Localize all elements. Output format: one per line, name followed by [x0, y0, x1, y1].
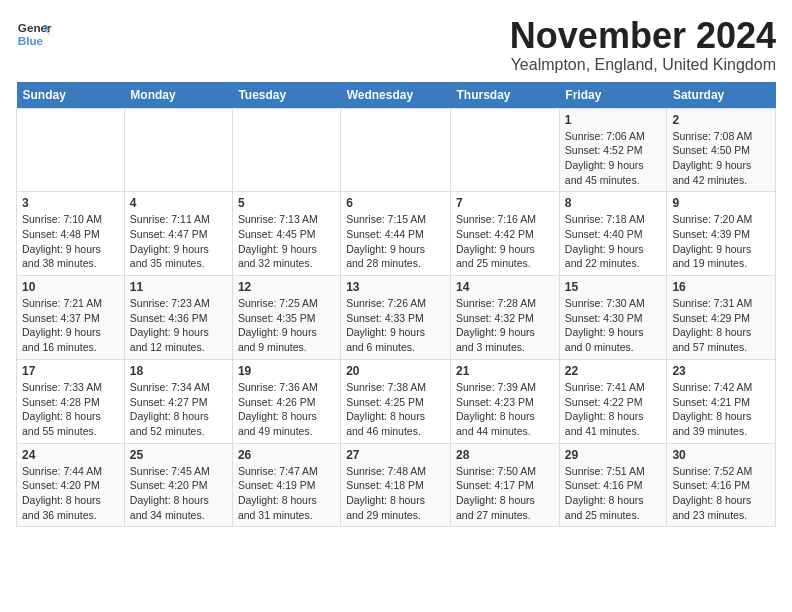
day-number: 1 — [565, 113, 662, 127]
day-info: Sunrise: 7:44 AM Sunset: 4:20 PM Dayligh… — [22, 464, 119, 523]
calendar-cell — [17, 108, 125, 192]
day-info: Sunrise: 7:41 AM Sunset: 4:22 PM Dayligh… — [565, 380, 662, 439]
logo: General Blue — [16, 16, 52, 52]
day-number: 4 — [130, 196, 227, 210]
calendar-week-row: 10Sunrise: 7:21 AM Sunset: 4:37 PM Dayli… — [17, 276, 776, 360]
calendar-cell: 13Sunrise: 7:26 AM Sunset: 4:33 PM Dayli… — [341, 276, 451, 360]
day-info: Sunrise: 7:23 AM Sunset: 4:36 PM Dayligh… — [130, 296, 227, 355]
day-info: Sunrise: 7:15 AM Sunset: 4:44 PM Dayligh… — [346, 212, 445, 271]
day-info: Sunrise: 7:39 AM Sunset: 4:23 PM Dayligh… — [456, 380, 554, 439]
day-number: 25 — [130, 448, 227, 462]
calendar-week-row: 1Sunrise: 7:06 AM Sunset: 4:52 PM Daylig… — [17, 108, 776, 192]
svg-text:Blue: Blue — [18, 34, 44, 47]
page-title: November 2024 — [510, 16, 776, 56]
calendar-cell — [451, 108, 560, 192]
day-info: Sunrise: 7:21 AM Sunset: 4:37 PM Dayligh… — [22, 296, 119, 355]
day-number: 9 — [672, 196, 770, 210]
calendar-cell: 21Sunrise: 7:39 AM Sunset: 4:23 PM Dayli… — [451, 359, 560, 443]
col-header-tuesday: Tuesday — [232, 82, 340, 109]
calendar-cell: 3Sunrise: 7:10 AM Sunset: 4:48 PM Daylig… — [17, 192, 125, 276]
day-number: 24 — [22, 448, 119, 462]
day-number: 26 — [238, 448, 335, 462]
day-info: Sunrise: 7:48 AM Sunset: 4:18 PM Dayligh… — [346, 464, 445, 523]
col-header-saturday: Saturday — [667, 82, 776, 109]
calendar-cell: 18Sunrise: 7:34 AM Sunset: 4:27 PM Dayli… — [124, 359, 232, 443]
day-number: 16 — [672, 280, 770, 294]
day-info: Sunrise: 7:06 AM Sunset: 4:52 PM Dayligh… — [565, 129, 662, 188]
day-number: 30 — [672, 448, 770, 462]
day-info: Sunrise: 7:10 AM Sunset: 4:48 PM Dayligh… — [22, 212, 119, 271]
calendar-cell: 26Sunrise: 7:47 AM Sunset: 4:19 PM Dayli… — [232, 443, 340, 527]
day-info: Sunrise: 7:36 AM Sunset: 4:26 PM Dayligh… — [238, 380, 335, 439]
calendar-cell: 19Sunrise: 7:36 AM Sunset: 4:26 PM Dayli… — [232, 359, 340, 443]
calendar-cell — [341, 108, 451, 192]
calendar-week-row: 17Sunrise: 7:33 AM Sunset: 4:28 PM Dayli… — [17, 359, 776, 443]
day-info: Sunrise: 7:42 AM Sunset: 4:21 PM Dayligh… — [672, 380, 770, 439]
calendar-cell: 20Sunrise: 7:38 AM Sunset: 4:25 PM Dayli… — [341, 359, 451, 443]
calendar-cell: 10Sunrise: 7:21 AM Sunset: 4:37 PM Dayli… — [17, 276, 125, 360]
title-block: November 2024 Yealmpton, England, United… — [510, 16, 776, 74]
day-number: 10 — [22, 280, 119, 294]
calendar-cell — [124, 108, 232, 192]
day-number: 7 — [456, 196, 554, 210]
col-header-sunday: Sunday — [17, 82, 125, 109]
day-info: Sunrise: 7:31 AM Sunset: 4:29 PM Dayligh… — [672, 296, 770, 355]
day-number: 23 — [672, 364, 770, 378]
calendar-cell: 30Sunrise: 7:52 AM Sunset: 4:16 PM Dayli… — [667, 443, 776, 527]
day-info: Sunrise: 7:08 AM Sunset: 4:50 PM Dayligh… — [672, 129, 770, 188]
day-info: Sunrise: 7:18 AM Sunset: 4:40 PM Dayligh… — [565, 212, 662, 271]
day-info: Sunrise: 7:30 AM Sunset: 4:30 PM Dayligh… — [565, 296, 662, 355]
day-number: 12 — [238, 280, 335, 294]
day-info: Sunrise: 7:20 AM Sunset: 4:39 PM Dayligh… — [672, 212, 770, 271]
day-number: 13 — [346, 280, 445, 294]
col-header-friday: Friday — [559, 82, 667, 109]
day-number: 3 — [22, 196, 119, 210]
calendar-cell: 29Sunrise: 7:51 AM Sunset: 4:16 PM Dayli… — [559, 443, 667, 527]
calendar-cell: 12Sunrise: 7:25 AM Sunset: 4:35 PM Dayli… — [232, 276, 340, 360]
calendar-cell: 14Sunrise: 7:28 AM Sunset: 4:32 PM Dayli… — [451, 276, 560, 360]
day-number: 22 — [565, 364, 662, 378]
calendar-cell: 22Sunrise: 7:41 AM Sunset: 4:22 PM Dayli… — [559, 359, 667, 443]
day-info: Sunrise: 7:26 AM Sunset: 4:33 PM Dayligh… — [346, 296, 445, 355]
col-header-thursday: Thursday — [451, 82, 560, 109]
calendar-table: SundayMondayTuesdayWednesdayThursdayFrid… — [16, 82, 776, 528]
day-info: Sunrise: 7:45 AM Sunset: 4:20 PM Dayligh… — [130, 464, 227, 523]
day-info: Sunrise: 7:28 AM Sunset: 4:32 PM Dayligh… — [456, 296, 554, 355]
calendar-cell: 2Sunrise: 7:08 AM Sunset: 4:50 PM Daylig… — [667, 108, 776, 192]
calendar-header-row: SundayMondayTuesdayWednesdayThursdayFrid… — [17, 82, 776, 109]
day-number: 18 — [130, 364, 227, 378]
calendar-cell: 4Sunrise: 7:11 AM Sunset: 4:47 PM Daylig… — [124, 192, 232, 276]
day-number: 21 — [456, 364, 554, 378]
day-number: 17 — [22, 364, 119, 378]
calendar-cell: 7Sunrise: 7:16 AM Sunset: 4:42 PM Daylig… — [451, 192, 560, 276]
day-number: 27 — [346, 448, 445, 462]
calendar-cell: 28Sunrise: 7:50 AM Sunset: 4:17 PM Dayli… — [451, 443, 560, 527]
day-info: Sunrise: 7:33 AM Sunset: 4:28 PM Dayligh… — [22, 380, 119, 439]
day-info: Sunrise: 7:38 AM Sunset: 4:25 PM Dayligh… — [346, 380, 445, 439]
calendar-cell: 27Sunrise: 7:48 AM Sunset: 4:18 PM Dayli… — [341, 443, 451, 527]
calendar-cell: 16Sunrise: 7:31 AM Sunset: 4:29 PM Dayli… — [667, 276, 776, 360]
calendar-cell: 1Sunrise: 7:06 AM Sunset: 4:52 PM Daylig… — [559, 108, 667, 192]
calendar-week-row: 3Sunrise: 7:10 AM Sunset: 4:48 PM Daylig… — [17, 192, 776, 276]
day-number: 11 — [130, 280, 227, 294]
day-info: Sunrise: 7:51 AM Sunset: 4:16 PM Dayligh… — [565, 464, 662, 523]
day-info: Sunrise: 7:16 AM Sunset: 4:42 PM Dayligh… — [456, 212, 554, 271]
calendar-cell: 8Sunrise: 7:18 AM Sunset: 4:40 PM Daylig… — [559, 192, 667, 276]
calendar-cell: 15Sunrise: 7:30 AM Sunset: 4:30 PM Dayli… — [559, 276, 667, 360]
day-info: Sunrise: 7:52 AM Sunset: 4:16 PM Dayligh… — [672, 464, 770, 523]
day-info: Sunrise: 7:25 AM Sunset: 4:35 PM Dayligh… — [238, 296, 335, 355]
day-info: Sunrise: 7:13 AM Sunset: 4:45 PM Dayligh… — [238, 212, 335, 271]
day-info: Sunrise: 7:34 AM Sunset: 4:27 PM Dayligh… — [130, 380, 227, 439]
calendar-cell — [232, 108, 340, 192]
page-header: General Blue November 2024 Yealmpton, En… — [16, 16, 776, 74]
calendar-cell: 9Sunrise: 7:20 AM Sunset: 4:39 PM Daylig… — [667, 192, 776, 276]
calendar-cell: 6Sunrise: 7:15 AM Sunset: 4:44 PM Daylig… — [341, 192, 451, 276]
calendar-cell: 11Sunrise: 7:23 AM Sunset: 4:36 PM Dayli… — [124, 276, 232, 360]
day-number: 28 — [456, 448, 554, 462]
day-number: 29 — [565, 448, 662, 462]
calendar-cell: 17Sunrise: 7:33 AM Sunset: 4:28 PM Dayli… — [17, 359, 125, 443]
col-header-wednesday: Wednesday — [341, 82, 451, 109]
calendar-cell: 5Sunrise: 7:13 AM Sunset: 4:45 PM Daylig… — [232, 192, 340, 276]
day-number: 19 — [238, 364, 335, 378]
day-number: 15 — [565, 280, 662, 294]
